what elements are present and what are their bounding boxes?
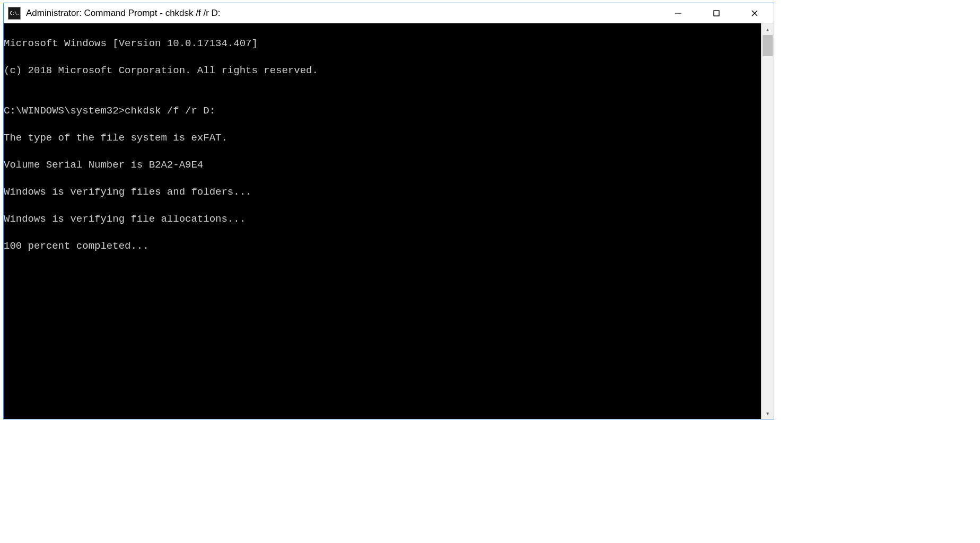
scrollbar-thumb[interactable] (763, 35, 773, 56)
console-line: 100 percent completed... (4, 240, 761, 253)
window-title: Administrator: Command Prompt - chkdsk /… (26, 8, 659, 19)
command-prompt-window: C:\. Administrator: Command Prompt - chk… (3, 3, 774, 419)
svg-rect-1 (714, 11, 719, 16)
console-line: Microsoft Windows [Version 10.0.17134.40… (4, 37, 761, 51)
console-line: (c) 2018 Microsoft Corporation. All righ… (4, 64, 761, 78)
console-line: Windows is verifying files and folders..… (4, 186, 761, 199)
console-line: The type of the file system is exFAT. (4, 132, 761, 145)
minimize-button[interactable] (659, 3, 697, 23)
maximize-button[interactable] (697, 3, 736, 23)
cmd-icon: C:\. (8, 7, 21, 20)
close-button[interactable] (736, 3, 774, 23)
maximize-icon (713, 10, 720, 17)
console-output[interactable]: Microsoft Windows [Version 10.0.17134.40… (4, 23, 761, 419)
titlebar[interactable]: C:\. Administrator: Command Prompt - chk… (4, 3, 774, 23)
console-line: Volume Serial Number is B2A2-A9E4 (4, 159, 761, 172)
scroll-down-arrow-icon[interactable]: ▾ (762, 407, 774, 419)
console-area: Microsoft Windows [Version 10.0.17134.40… (4, 23, 774, 419)
close-icon (751, 10, 758, 17)
window-controls (659, 3, 774, 23)
scroll-up-arrow-icon[interactable]: ▴ (762, 23, 774, 35)
scrollbar-track[interactable] (762, 35, 774, 407)
vertical-scrollbar[interactable]: ▴ ▾ (761, 23, 774, 419)
minimize-icon (675, 10, 682, 17)
console-line: Windows is verifying file allocations... (4, 213, 761, 226)
console-line: C:\WINDOWS\system32>chkdsk /f /r D: (4, 104, 761, 118)
